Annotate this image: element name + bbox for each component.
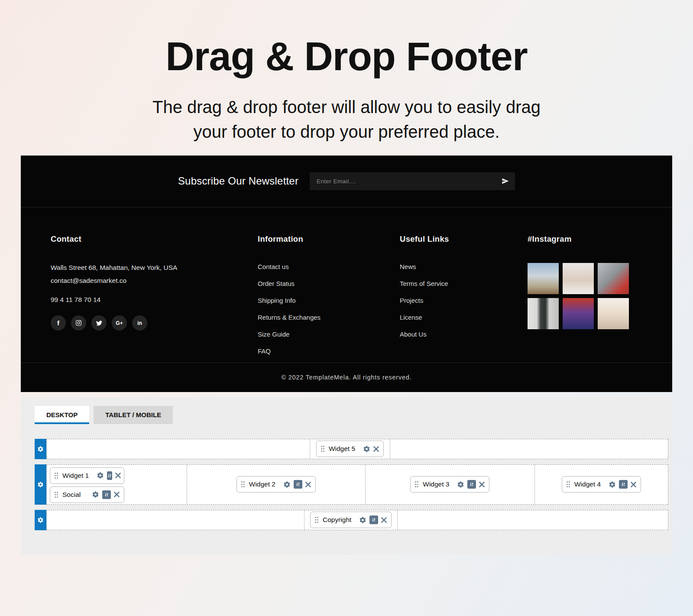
gear-icon[interactable] [457, 481, 464, 488]
builder-row-top: Widget 5 [35, 439, 668, 459]
gear-icon[interactable] [363, 445, 370, 453]
tab-desktop[interactable]: DESKTOP [35, 406, 89, 424]
row-cell[interactable]: Widget 5 [310, 439, 390, 459]
row-cell[interactable]: Copyright [304, 510, 398, 530]
adjust-icon[interactable] [619, 480, 628, 489]
linkedin-icon[interactable]: in [132, 315, 147, 331]
twitter-icon[interactable] [91, 315, 107, 331]
drag-handle-icon[interactable] [54, 472, 58, 479]
widget-pill-copyright[interactable]: Copyright [310, 512, 392, 528]
footer-columns: Contact Walls Street 68, Mahattan, New Y… [21, 207, 672, 363]
row-cell[interactable]: Widget 2 [187, 465, 366, 504]
gear-icon[interactable] [609, 481, 616, 488]
footer-link-about-us[interactable]: About Us [400, 331, 528, 338]
newsletter-label: Subscribe Our Newsletter [178, 175, 298, 187]
close-icon[interactable] [479, 482, 485, 487]
copyright-text: © 2022 TemplateMela. All rights reserved… [21, 363, 672, 392]
builder-row-middle: Widget 1 Social [35, 464, 668, 505]
instagram-heading: #Instagram [528, 234, 629, 244]
newsletter-send-button[interactable] [500, 176, 511, 187]
gear-icon[interactable] [359, 516, 366, 524]
gear-icon [37, 446, 44, 452]
page-subtitle: The drag & drop footer will allow you to… [0, 95, 693, 144]
widget-pill-widget3[interactable]: Widget 3 [410, 476, 489, 493]
newsletter-input-wrap [310, 172, 515, 190]
drag-handle-icon[interactable] [241, 481, 245, 488]
footer-link-license[interactable]: License [400, 314, 528, 321]
gear-icon [37, 517, 44, 523]
footer-preview: Subscribe Our Newsletter Contact Walls S… [21, 156, 672, 392]
footer-link-terms-of-service[interactable]: Terms of Service [400, 280, 528, 287]
row-cell[interactable]: Widget 4 [535, 465, 668, 504]
contact-address: Walls Street 68, Mahattan, New York, USA [51, 261, 258, 274]
builder-tabs: DESKTOP TABLET / MOBILE [35, 406, 668, 424]
close-icon[interactable] [115, 473, 121, 478]
widget-pill-social[interactable]: Social [50, 486, 124, 503]
row-cell[interactable]: Widget 1 Social [47, 465, 187, 504]
close-icon[interactable] [631, 482, 636, 487]
close-icon[interactable] [305, 482, 311, 487]
widget-pill-widget4[interactable]: Widget 4 [562, 476, 641, 493]
instagram-photo-bedroom[interactable] [528, 298, 559, 329]
contact-phone[interactable]: 99 4 11 78 70 14 [51, 296, 258, 304]
adjust-icon[interactable] [294, 480, 302, 489]
row-cell-empty[interactable] [398, 510, 668, 530]
newsletter-email-input[interactable] [310, 172, 515, 190]
instagram-photo-girl-glasses[interactable] [563, 263, 594, 294]
instagram-photo-mechanic[interactable] [598, 263, 629, 294]
contact-heading: Contact [51, 234, 258, 244]
newsletter-bar: Subscribe Our Newsletter [21, 156, 672, 207]
widget-pill-widget1[interactable]: Widget 1 [50, 467, 124, 484]
adjust-icon[interactable] [369, 515, 378, 524]
instagram-photo-wedding[interactable] [598, 298, 629, 329]
widget-pill-widget2[interactable]: Widget 2 [236, 476, 316, 493]
drag-handle-icon[interactable] [566, 481, 570, 488]
footer-link-order-status[interactable]: Order Status [258, 280, 400, 287]
drag-handle-icon[interactable] [54, 491, 58, 498]
row-settings-button[interactable] [35, 510, 46, 530]
drag-handle-icon[interactable] [321, 445, 325, 452]
drag-handle-icon[interactable] [314, 516, 319, 523]
row-cell-empty[interactable] [390, 439, 668, 459]
footer-link-projects[interactable]: Projects [400, 297, 528, 304]
contact-email[interactable]: contact@sadesmarket.co [51, 274, 258, 287]
adjust-icon[interactable] [102, 490, 111, 499]
footer-builder-panel: DESKTOP TABLET / MOBILE Widget 5 [21, 397, 672, 555]
drag-handle-icon[interactable] [415, 481, 419, 488]
instagram-photo-firefighter[interactable] [563, 298, 594, 329]
gear-icon[interactable] [92, 491, 99, 498]
instagram-photo-cyclist[interactable] [528, 263, 559, 294]
footer-link-size-guide[interactable]: Size Guide [258, 331, 400, 338]
widget-pill-widget5[interactable]: Widget 5 [316, 441, 384, 457]
close-icon[interactable] [381, 517, 387, 523]
instagram-icon[interactable] [71, 315, 86, 331]
useful-links-column: Useful Links News Terms of Service Proje… [400, 234, 528, 363]
instagram-grid [528, 263, 629, 329]
google-plus-icon[interactable]: G+ [112, 315, 127, 331]
footer-link-shipping-info[interactable]: Shipping Info [258, 297, 400, 304]
row-settings-button[interactable] [35, 439, 46, 459]
adjust-icon[interactable] [107, 471, 112, 480]
close-icon[interactable] [373, 446, 379, 452]
gear-icon[interactable] [283, 481, 291, 488]
gear-icon[interactable] [97, 472, 104, 479]
footer-link-faq[interactable]: FAQ [258, 347, 400, 355]
footer-link-contact-us[interactable]: Contact us [258, 263, 400, 270]
footer-link-returns-exchanges[interactable]: Returns & Exchanges [258, 314, 400, 321]
footer-link-news[interactable]: News [400, 263, 528, 270]
tab-tablet-mobile[interactable]: TABLET / MOBILE [94, 406, 173, 424]
row-cell[interactable]: Widget 3 [366, 465, 535, 504]
adjust-icon[interactable] [467, 480, 476, 489]
information-heading: Information [258, 234, 400, 244]
gear-icon [37, 481, 44, 488]
information-column: Information Contact us Order Status Ship… [258, 234, 400, 363]
paper-plane-icon [502, 178, 509, 185]
page-title: Drag & Drop Footer [0, 34, 693, 79]
facebook-icon[interactable]: f [51, 315, 66, 331]
social-icons: f G+ in [51, 315, 258, 331]
row-settings-button[interactable] [35, 464, 46, 505]
row-cell-empty[interactable] [47, 439, 310, 459]
hero-section: Drag & Drop Footer The drag & drop foote… [0, 0, 693, 144]
close-icon[interactable] [114, 492, 120, 497]
row-cell-empty[interactable] [47, 510, 304, 530]
